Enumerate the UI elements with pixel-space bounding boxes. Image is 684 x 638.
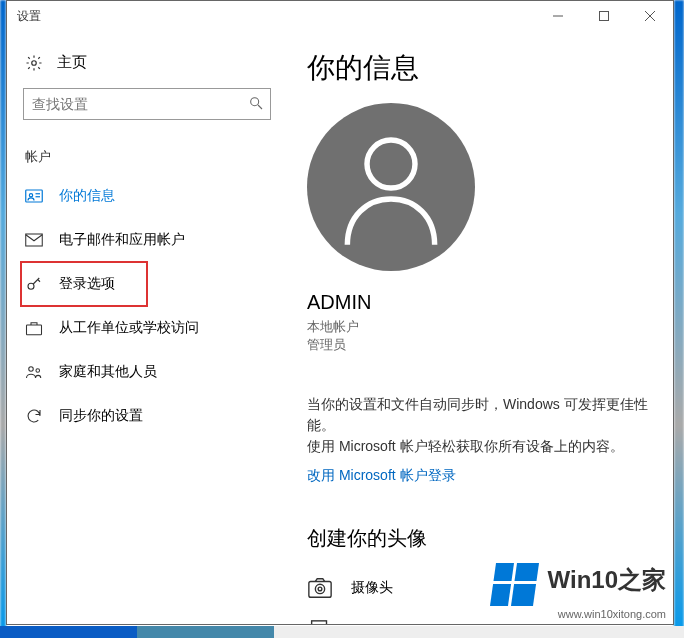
sidebar-item-label: 电子邮件和应用帐户 [59, 231, 185, 249]
id-card-icon [25, 189, 43, 203]
svg-rect-20 [312, 621, 327, 624]
watermark: Win10之家 www.win10xitong.com [493, 563, 666, 620]
close-icon [645, 11, 655, 21]
window-title: 设置 [17, 8, 41, 25]
titlebar: 设置 [7, 1, 673, 31]
home-button[interactable]: 主页 [21, 53, 283, 72]
sidebar-item-family[interactable]: 家庭和其他人员 [21, 350, 283, 394]
svg-point-14 [29, 367, 34, 372]
svg-point-12 [28, 283, 34, 289]
switch-to-msa-link[interactable]: 改用 Microsoft 帐户登录 [307, 467, 655, 485]
sidebar-item-label: 同步你的设置 [59, 407, 143, 425]
settings-window: 设置 主页 [6, 0, 674, 625]
search-icon [248, 95, 264, 114]
svg-point-18 [315, 585, 324, 594]
gear-icon [25, 54, 43, 72]
key-icon [25, 275, 43, 293]
browse-icon [307, 619, 333, 624]
sidebar-item-email-accounts[interactable]: 电子邮件和应用帐户 [21, 218, 283, 262]
account-type: 本地帐户 [307, 318, 655, 336]
account-role: 管理员 [307, 336, 655, 354]
svg-point-19 [318, 587, 322, 591]
watermark-url: www.win10xitong.com [493, 608, 666, 620]
page-title: 你的信息 [307, 49, 655, 87]
option-label: 通过浏览方式查找一个 [351, 623, 491, 624]
sidebar-item-signin-options[interactable]: 登录选项 [21, 262, 147, 306]
option-label: 摄像头 [351, 579, 393, 597]
create-avatar-header: 创建你的头像 [307, 525, 655, 552]
maximize-icon [599, 11, 609, 21]
people-icon [25, 364, 43, 380]
minimize-button[interactable] [535, 1, 581, 31]
search-input[interactable] [24, 89, 244, 119]
sidebar-item-your-info[interactable]: 你的信息 [21, 174, 283, 218]
person-icon [336, 127, 446, 247]
watermark-brand: Win10之家 [548, 566, 666, 593]
close-button[interactable] [627, 1, 673, 31]
sidebar-item-work-school[interactable]: 从工作单位或学校访问 [21, 306, 283, 350]
minimize-icon [553, 11, 563, 21]
camera-icon [307, 576, 333, 600]
svg-point-8 [29, 194, 32, 197]
home-label: 主页 [57, 53, 87, 72]
sidebar-item-label: 你的信息 [59, 187, 115, 205]
search-box[interactable] [23, 88, 271, 120]
svg-point-5 [251, 98, 259, 106]
svg-point-16 [367, 140, 415, 188]
envelope-icon [25, 233, 43, 247]
sidebar-item-label: 家庭和其他人员 [59, 363, 157, 381]
svg-point-4 [32, 60, 37, 65]
windows-logo-icon [490, 563, 539, 606]
sidebar-item-label: 从工作单位或学校访问 [59, 319, 199, 337]
svg-point-15 [36, 369, 40, 373]
sidebar-item-sync[interactable]: 同步你的设置 [21, 394, 283, 438]
sidebar-section-header: 帐户 [25, 148, 283, 166]
sync-icon [25, 407, 43, 425]
svg-rect-11 [26, 234, 43, 246]
svg-rect-13 [27, 325, 42, 335]
svg-rect-1 [600, 12, 609, 21]
info-text: 当你的设置和文件自动同步时，Windows 可发挥更佳性能。 使用 Micros… [307, 394, 655, 457]
main-panel: 你的信息 ADMIN 本地帐户 管理员 当你的设置和文件自动同步时，Window… [303, 31, 673, 624]
avatar [307, 103, 475, 271]
svg-line-6 [258, 105, 262, 109]
briefcase-icon [25, 320, 43, 336]
username: ADMIN [307, 291, 655, 314]
sidebar-item-label: 登录选项 [59, 275, 115, 293]
sidebar: 主页 帐户 你的信息 电子邮件和应用帐户 [7, 31, 303, 624]
maximize-button[interactable] [581, 1, 627, 31]
